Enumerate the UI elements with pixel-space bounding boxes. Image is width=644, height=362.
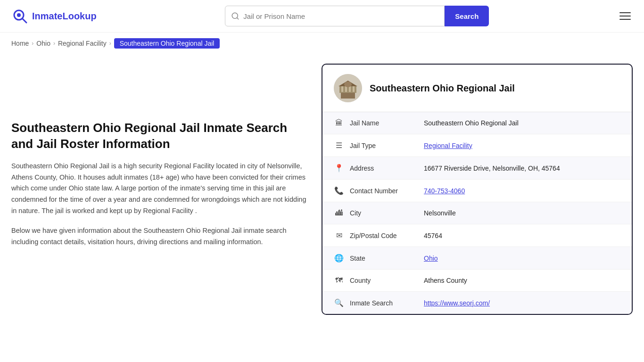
row-value[interactable]: Regional Facility <box>424 142 472 149</box>
svg-rect-11 <box>353 86 355 92</box>
chevron-icon-1: › <box>32 40 33 47</box>
right-column: Southeastern Ohio Regional Jail 🏛Jail Na… <box>322 64 633 315</box>
row-label: Zip/Postal Code <box>350 232 418 239</box>
chevron-icon-2: › <box>53 40 55 47</box>
breadcrumb-current: Southeastern Ohio Regional Jail <box>114 38 220 49</box>
row-icon: 🗺 <box>334 276 344 285</box>
description-para-1: Southeastern Ohio Regional Jail is a hig… <box>11 161 306 217</box>
row-value: Nelsonville <box>424 209 456 217</box>
row-link[interactable]: https://www.seorj.com/ <box>424 299 490 307</box>
left-column: Southeastern Ohio Regional Jail Inmate S… <box>11 64 306 315</box>
row-value: 16677 Riverside Drive, Nelsonville, OH, … <box>424 165 560 172</box>
svg-line-1 <box>22 18 26 23</box>
info-row: ✉Zip/Postal Code45764 <box>322 224 632 247</box>
page-heading: Southeastern Ohio Regional Jail Inmate S… <box>11 120 306 152</box>
svg-point-13 <box>344 82 352 87</box>
breadcrumb: Home › Ohio › Regional Facility › Southe… <box>0 33 644 54</box>
search-button[interactable]: Search <box>445 6 489 26</box>
row-value: Athens County <box>424 277 467 284</box>
row-value[interactable]: https://www.seorj.com/ <box>424 299 490 307</box>
row-link[interactable]: 740-753-4060 <box>424 187 465 195</box>
info-row: 📍Address16677 Riverside Drive, Nelsonvil… <box>322 157 632 180</box>
card-header: Southeastern Ohio Regional Jail <box>322 65 632 112</box>
row-label: Contact Number <box>350 187 418 195</box>
logo-icon <box>11 8 28 25</box>
breadcrumb-home[interactable]: Home <box>11 40 29 47</box>
facility-avatar-icon <box>334 74 362 102</box>
logo-text: InmateLookup <box>32 11 97 22</box>
card-title: Southeastern Ohio Regional Jail <box>370 83 515 94</box>
row-label: State <box>350 255 418 262</box>
description-para-2: Below we have given information about th… <box>11 225 306 248</box>
row-label: Inmate Search <box>350 299 418 307</box>
row-icon: 🌐 <box>334 254 344 263</box>
row-icon: ✉ <box>334 231 344 240</box>
logo[interactable]: InmateLookup <box>11 8 97 25</box>
hamburger-line-3 <box>619 19 631 20</box>
info-card: Southeastern Ohio Regional Jail 🏛Jail Na… <box>322 64 633 315</box>
hamburger-line-1 <box>619 12 631 13</box>
row-label: Address <box>350 165 418 172</box>
info-row: 📞Contact Number740-753-4060 <box>322 180 632 202</box>
row-value: 45764 <box>424 232 442 239</box>
hamburger-line-2 <box>619 16 631 16</box>
search-icon <box>231 12 239 20</box>
breadcrumb-regional-facility[interactable]: Regional Facility <box>58 40 107 47</box>
info-row: 🏛Jail NameSoutheastern Ohio Regional Jai… <box>322 112 632 134</box>
row-icon: 🏙 <box>334 209 344 217</box>
search-input-wrapper <box>225 6 445 26</box>
svg-point-2 <box>17 13 21 17</box>
svg-rect-10 <box>349 86 351 92</box>
row-icon: 🔍 <box>334 298 344 307</box>
info-row: 🔍Inmate Searchhttps://www.seorj.com/ <box>322 292 632 314</box>
svg-rect-9 <box>345 86 347 92</box>
info-row: 🏙CityNelsonville <box>322 202 632 224</box>
row-icon: 📍 <box>334 164 344 173</box>
svg-rect-8 <box>341 86 343 92</box>
header: InmateLookup Search <box>0 0 644 33</box>
row-value[interactable]: 740-753-4060 <box>424 187 465 195</box>
row-label: Jail Type <box>350 142 418 149</box>
row-link[interactable]: Ohio <box>424 255 438 262</box>
breadcrumb-ohio[interactable]: Ohio <box>36 40 50 47</box>
svg-line-4 <box>237 17 239 19</box>
info-row: 🗺CountyAthens County <box>322 270 632 292</box>
row-icon: 🏛 <box>334 119 344 127</box>
search-bar: Search <box>225 6 489 26</box>
facility-avatar <box>334 74 362 102</box>
svg-rect-6 <box>341 92 355 99</box>
row-label: Jail Name <box>350 119 418 127</box>
hamburger-menu[interactable] <box>618 10 633 22</box>
row-label: County <box>350 277 418 284</box>
info-row: ☰Jail TypeRegional Facility <box>322 134 632 157</box>
search-input[interactable] <box>243 12 438 20</box>
info-row: 🌐StateOhio <box>322 247 632 270</box>
card-rows-container: 🏛Jail NameSoutheastern Ohio Regional Jai… <box>322 112 632 314</box>
row-link[interactable]: Regional Facility <box>424 142 472 149</box>
row-icon: 📞 <box>334 186 344 195</box>
chevron-icon-3: › <box>109 40 111 47</box>
row-value: Southeastern Ohio Regional Jail <box>424 119 519 127</box>
row-label: City <box>350 209 418 217</box>
main-content: Southeastern Ohio Regional Jail Inmate S… <box>0 54 644 334</box>
row-value[interactable]: Ohio <box>424 255 438 262</box>
row-icon: ☰ <box>334 141 344 150</box>
